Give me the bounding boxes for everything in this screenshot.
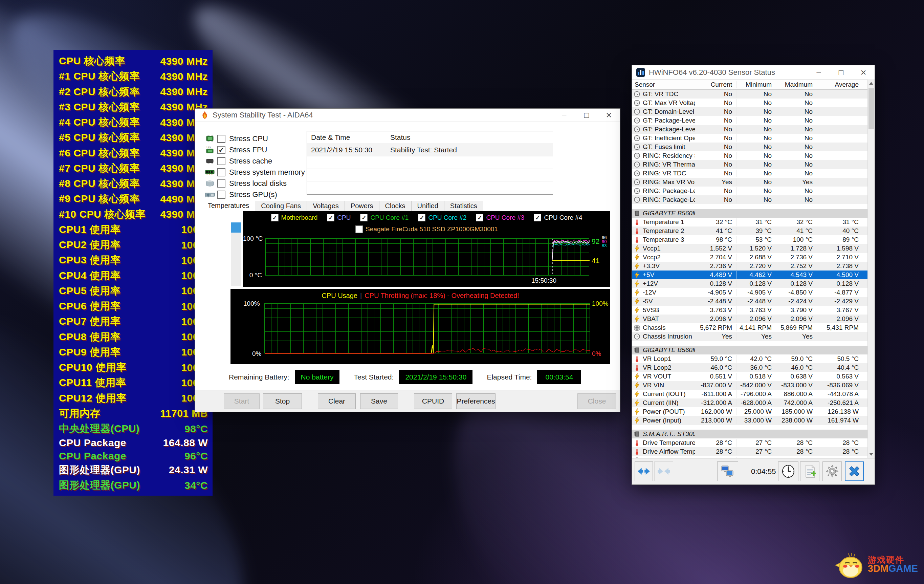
close-sensors-button[interactable]: [845, 462, 864, 481]
sensor-row[interactable]: RING: Max VR Volta... Yes No Yes: [632, 178, 868, 186]
graph-scale-slider[interactable]: [231, 223, 241, 286]
sensor-row[interactable]: GT: VR TDC No No No: [632, 90, 868, 99]
sensor-row[interactable]: VR VIN -837.000 V -842.000 V -833.000 V …: [632, 381, 868, 390]
stress-checkbox[interactable]: [217, 135, 225, 143]
tab-temperatures[interactable]: Temperatures: [202, 200, 255, 211]
sensor-row[interactable]: +5V 4.489 V 4.462 V 4.543 V 4.500 V: [632, 271, 868, 279]
sensor-row[interactable]: Temperature 1 32 °C 31 °C 32 °C 31 °C: [632, 218, 868, 226]
clock-button[interactable]: [778, 462, 799, 481]
settings-button[interactable]: [822, 462, 842, 481]
sensor-row[interactable]: Chassis Intrusion Yes Yes Yes: [632, 332, 868, 341]
sensor-row[interactable]: Vccp2 2.704 V 2.688 V 2.736 V 2.710 V: [632, 253, 868, 262]
stress-options-list: Stress CPU 123 Stress FPU Stress cache S…: [202, 133, 305, 200]
sensor-row[interactable]: VR Loop2 46.0 °C 36.0 °C 46.0 °C 40.4 °C: [632, 363, 868, 372]
close-icon[interactable]: [598, 109, 620, 121]
scroll-up-icon[interactable]: [868, 79, 874, 87]
sensor-row[interactable]: Temperature 3 98 °C 53 °C 100 °C 89 °C: [632, 235, 868, 244]
sensor-row[interactable]: Temperature 2 41 °C 39 °C 41 °C 40 °C: [632, 226, 868, 235]
stress-checkbox[interactable]: [217, 157, 225, 165]
maximize-icon[interactable]: [575, 109, 598, 121]
legend-checkbox[interactable]: [476, 214, 483, 221]
stress-checkbox[interactable]: [217, 168, 225, 177]
stress-checkbox[interactable]: [217, 191, 225, 199]
legend-checkbox[interactable]: [327, 214, 334, 221]
minimize-icon[interactable]: [553, 109, 575, 121]
sensor-row[interactable]: GT: Domain-Level P... No No No: [632, 107, 868, 116]
legend-checkbox[interactable]: [360, 214, 368, 221]
graph-scale-slider-thumb[interactable]: [231, 223, 241, 233]
save-button[interactable]: Save: [360, 393, 398, 409]
legend-label: CPU Core #2: [428, 214, 466, 221]
sensor-osd-panel: CPU 核心频率 4390 MHz #1 CPU 核心频率 4390 MHz #…: [53, 50, 213, 496]
preferences-button[interactable]: Preferences: [456, 393, 495, 409]
collapse-columns-button[interactable]: [654, 462, 673, 481]
scrollbar-thumb[interactable]: [868, 88, 874, 129]
maximize-icon[interactable]: [830, 65, 852, 79]
sensor-minimum: No: [736, 143, 776, 151]
osd-label: CPU8 使用率: [59, 330, 120, 344]
sensor-row[interactable]: Power (POUT) 162.000 W 25.000 W 185.000 …: [632, 407, 868, 416]
tab-statistics[interactable]: Statistics: [444, 201, 483, 211]
close-button[interactable]: Close: [578, 393, 616, 409]
tab-powers[interactable]: Powers: [345, 201, 380, 211]
sensor-row[interactable]: RING: VR Thermal A... No No No: [632, 160, 868, 169]
sensor-row[interactable]: Current (IIN) -312.000 A -628.000 A 742.…: [632, 398, 868, 407]
stress-label: Stress CPU: [229, 134, 268, 143]
sensor-group-header[interactable]: S.M.A.R.T.: ST3000...: [632, 430, 868, 439]
sensor-row[interactable]: -5V -2.448 V -2.448 V -2.424 V -2.429 V: [632, 297, 868, 306]
sensor-row[interactable]: Power (Input) 213.000 W 33.000 W 238.000…: [632, 416, 868, 425]
scroll-down-icon[interactable]: [868, 450, 874, 458]
sensor-row[interactable]: Vccp1 1.552 V 1.520 V 1.728 V 1.598 V: [632, 244, 868, 253]
sensor-row[interactable]: VBAT 2.096 V 2.096 V 2.096 V 2.096 V: [632, 315, 868, 323]
log-row[interactable]: 2021/2/19 15:50:30 Stability Test: Start…: [307, 144, 553, 157]
sensor-maximum: 46.0 °C: [776, 364, 817, 371]
sensor-row[interactable]: GT: Package-Level R... No No No: [632, 116, 868, 125]
sensor-row[interactable]: GT: Inefficient Oper... No No No: [632, 134, 868, 142]
sensor-scrollbar[interactable]: [868, 79, 874, 458]
stop-button[interactable]: Stop: [263, 393, 302, 409]
legend-checkbox[interactable]: [271, 214, 279, 221]
sensor-group-header[interactable]: GIGABYTE B560M A...: [632, 346, 868, 355]
tab-cooling-fans[interactable]: Cooling Fans: [255, 201, 307, 211]
stress-checkbox[interactable]: [217, 146, 225, 154]
sensor-row[interactable]: Drive Airflow Tempe... 28 °C 27 °C 28 °C…: [632, 447, 868, 456]
sensor-row[interactable]: 5VSB 3.763 V 3.763 V 3.790 V 3.767 V: [632, 306, 868, 315]
tab-unified[interactable]: Unified: [412, 201, 444, 211]
tab-voltages[interactable]: Voltages: [307, 201, 345, 211]
legend-checkbox[interactable]: [355, 226, 363, 233]
sensor-row[interactable]: +12V 0.128 V 0.128 V 0.128 V 0.128 V: [632, 279, 868, 288]
sensor-row[interactable]: RING: Residency Sta... No No No: [632, 151, 868, 160]
aida64-titlebar[interactable]: System Stability Test - AIDA64: [195, 109, 620, 122]
osd-row: CPU11 使用率 100%: [59, 376, 208, 390]
sensor-maximum: No: [776, 134, 817, 142]
expand-columns-button[interactable]: [635, 462, 653, 481]
clear-button[interactable]: Clear: [318, 393, 356, 409]
sensor-row[interactable]: VR VOUT 0.551 V 0.518 V 0.638 V 0.563 V: [632, 372, 868, 381]
osd-row: #2 CPU 核心频率 4390 MHz: [59, 85, 208, 99]
sensor-row[interactable]: Drive Temperature 28 °C 27 °C 28 °C 28 °…: [632, 439, 868, 447]
legend-checkbox[interactable]: [534, 214, 541, 221]
stress-checkbox[interactable]: [217, 180, 225, 188]
sensor-row[interactable]: RING: Package-Level... No No No: [632, 186, 868, 195]
sensor-row[interactable]: Current (IOUT) -611.000 A -796.000 A 886…: [632, 390, 868, 398]
sensor-row[interactable]: VR Loop1 59.0 °C 42.0 °C 59.0 °C 50.5 °C: [632, 355, 868, 363]
sensor-row[interactable]: GT: Package-Level R... No No No: [632, 125, 868, 134]
legend-checkbox[interactable]: [418, 214, 426, 221]
start-button[interactable]: Start: [224, 393, 260, 409]
sensor-group-header[interactable]: GIGABYTE B560M A...: [632, 209, 868, 218]
sensor-row[interactable]: +3.3V 2.736 V 2.720 V 2.752 V 2.738 V: [632, 262, 868, 271]
sensor-average: 5,431 RPM: [817, 324, 868, 332]
sensor-row[interactable]: -12V -4.905 V -4.905 V -4.850 V -4.877 V: [632, 288, 868, 297]
sensor-row[interactable]: Chassis 5,672 RPM 4,141 RPM 5,869 RPM 5,…: [632, 323, 868, 332]
sensor-row[interactable]: RING: VR TDC No No No: [632, 169, 868, 178]
hwinfo-titlebar[interactable]: HWiNFO64 v6.20-4030 Sensor Status: [632, 65, 874, 79]
close-icon[interactable]: [852, 65, 874, 79]
cpuid-button[interactable]: CPUID: [414, 393, 452, 409]
sensor-row[interactable]: GT: Max VR Voltage,... No No No: [632, 99, 868, 107]
minimize-icon[interactable]: [808, 65, 830, 79]
sensor-row[interactable]: GT: Fuses limit No No No: [632, 142, 868, 151]
sensor-row[interactable]: RING: Package-Level... No No No: [632, 195, 868, 204]
remote-monitoring-button[interactable]: [717, 462, 738, 481]
report-button[interactable]: [800, 462, 819, 481]
tab-clocks[interactable]: Clocks: [380, 201, 412, 211]
